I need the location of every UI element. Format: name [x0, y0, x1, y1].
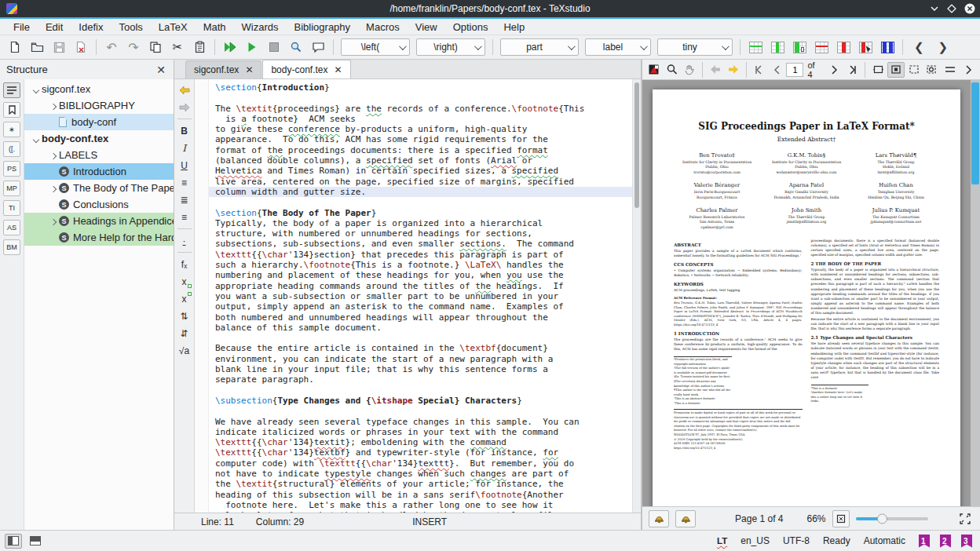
- toggle-bottom-panel-icon[interactable]: [27, 534, 44, 549]
- pdf-forward-icon[interactable]: [725, 62, 742, 78]
- code-line-13[interactable]: ▼\section{The Body of The Paper}: [209, 208, 632, 218]
- previous-document-icon[interactable]: ❮: [908, 40, 931, 54]
- structure-item-sigconf-tex[interactable]: sigconf.tex: [24, 81, 174, 97]
- left-delimiter-combo[interactable]: \left(: [341, 38, 410, 56]
- bold-icon[interactable]: B: [176, 122, 193, 139]
- dictionary-language-label[interactable]: en_US: [740, 535, 770, 546]
- code-line-30[interactable]: [209, 385, 632, 396]
- code-line-16[interactable]: subsections, sub-subsections, and even s…: [209, 239, 632, 249]
- structure-item-bibliography[interactable]: BIBLIOGRAPHY: [24, 97, 174, 114]
- code-line-20[interactable]: appropriate heading commands around the …: [209, 281, 632, 291]
- table-cut-column-icon[interactable]: [855, 38, 876, 57]
- table-add-row-icon[interactable]: [745, 38, 766, 57]
- table-remove-row-icon[interactable]: [811, 38, 832, 57]
- align-center-icon[interactable]: ≣: [176, 192, 193, 208]
- code-line-28[interactable]: blank line in your input file; that is w…: [209, 364, 632, 374]
- code-line-9[interactable]: Helvetica and Times Roman) in certain sp…: [209, 166, 632, 176]
- editor-tab-body-conf-tex[interactable]: body-conf.tex✕: [262, 60, 350, 78]
- menu-item-file[interactable]: File: [6, 20, 37, 35]
- side-tab-tikz-icon[interactable]: TI: [3, 200, 20, 216]
- page-number-input[interactable]: [786, 63, 803, 77]
- code-line-19[interactable]: numbering and placement of these heading…: [209, 270, 632, 280]
- side-tab-bookmarks-icon[interactable]: [3, 102, 20, 118]
- code-line-37[interactable]: computer code) with \texttt{{\char'134}t…: [209, 458, 632, 469]
- code-line-4[interactable]: is a footnote} ACM seeks: [209, 114, 632, 124]
- code-line-18[interactable]: such a hierarchy.\footnote{This is a foo…: [209, 260, 632, 270]
- paste-icon[interactable]: [189, 38, 210, 57]
- fit-page-icon[interactable]: [887, 62, 905, 78]
- undo-icon[interactable]: ↶: [101, 38, 122, 57]
- bookmark-2-icon[interactable]: 2: [940, 535, 951, 548]
- minimize-button[interactable]: [930, 4, 939, 13]
- menu-item-view[interactable]: View: [408, 20, 444, 35]
- structure-item-body-conf-tex[interactable]: body-conf.tex: [24, 130, 174, 147]
- languagetool-status[interactable]: LT: [717, 536, 727, 546]
- expander-closed-icon[interactable]: [48, 182, 59, 194]
- menu-item-math[interactable]: Math: [196, 20, 233, 35]
- pdf-back-icon[interactable]: [707, 62, 724, 78]
- stop-icon[interactable]: [264, 38, 284, 57]
- subscript-icon[interactable]: x: [176, 273, 193, 290]
- side-tab-asymptote-icon[interactable]: AS: [3, 220, 20, 235]
- side-tab-metapost-icon[interactable]: MP: [3, 181, 20, 196]
- code-line-5[interactable]: to give these conference by-products a u…: [209, 124, 632, 134]
- code-line-6[interactable]: appearance. To do this, ACM has some rig…: [209, 134, 632, 144]
- copy-icon[interactable]: [145, 38, 166, 57]
- side-tab-symbols-icon[interactable]: ∗: [3, 122, 20, 137]
- italic-icon[interactable]: I: [176, 140, 193, 156]
- expander-open-icon[interactable]: [31, 83, 42, 95]
- menu-item-wizards[interactable]: Wizards: [235, 20, 286, 35]
- pdf-menu-icon[interactable]: [942, 62, 959, 78]
- collapse-panel-icon[interactable]: [960, 62, 977, 78]
- code-line-3[interactable]: ▼The \textit{proceedings} are the record…: [209, 104, 632, 114]
- side-tab-pstricks-icon[interactable]: PS: [3, 161, 20, 177]
- magnify-tool-icon[interactable]: [923, 62, 941, 78]
- menu-item-edit[interactable]: Edit: [38, 20, 70, 35]
- code-line-8[interactable]: (balanced double columns), a specified s…: [209, 155, 632, 166]
- structure-close-icon[interactable]: ✕: [155, 64, 167, 76]
- zoom-original-icon[interactable]: [832, 510, 850, 527]
- code-line-35[interactable]: \texttt{{\char'134}textit}; emboldening …: [209, 437, 632, 447]
- pdf-document-icon[interactable]: [645, 62, 663, 78]
- toggle-side-panel-icon[interactable]: [5, 534, 22, 549]
- editor-scrollbar[interactable]: [632, 79, 641, 513]
- sectioning-combo[interactable]: part: [500, 38, 579, 56]
- code-line-33[interactable]: We have already seen several typeface ch…: [209, 417, 632, 427]
- code-line-15[interactable]: structure, with numbered or unnumbered h…: [209, 228, 632, 239]
- code-line-11[interactable]: column width and gutter size.: [209, 187, 632, 197]
- pdf-pan-hand-icon[interactable]: [682, 62, 699, 78]
- editor-code-view[interactable]: ▼\section{Introduction}▼The \textit{proc…: [209, 79, 632, 513]
- menu-item-tools[interactable]: Tools: [112, 20, 149, 35]
- code-line-22[interactable]: output, simply append an asterisk to the…: [209, 301, 632, 312]
- bookmark-1-icon[interactable]: 1: [919, 535, 930, 548]
- expander-open-icon[interactable]: [31, 133, 42, 144]
- code-line-21[interactable]: you want a sub-subsection or smaller par…: [209, 291, 632, 301]
- fit-width-icon[interactable]: [869, 62, 887, 78]
- view-icon[interactable]: [242, 38, 262, 57]
- code-line-12[interactable]: [209, 197, 632, 207]
- menu-item-idefix[interactable]: Idefix: [71, 20, 110, 35]
- code-line-38[interactable]: not have to indicate typestyle changes w…: [209, 469, 632, 479]
- text-select-icon[interactable]: [905, 62, 923, 78]
- table-remove-column-icon[interactable]: [833, 38, 854, 57]
- open-file-icon[interactable]: [27, 38, 47, 57]
- pdf-document-area[interactable]: SIG Proceedings Paper in LaTeX Format* E…: [642, 80, 980, 506]
- menu-item-options[interactable]: Options: [446, 20, 495, 35]
- code-line-17[interactable]: \texttt{{\char'134}section} that precede…: [209, 250, 632, 260]
- cut-icon[interactable]: ✂: [167, 38, 188, 57]
- sqrt-icon[interactable]: √a: [176, 342, 193, 359]
- tab-close-icon[interactable]: ✕: [334, 64, 342, 75]
- code-line-14[interactable]: Typically, the body of a paper is organi…: [209, 218, 632, 228]
- code-line-24[interactable]: balance of this sample document.: [209, 323, 632, 333]
- code-line-31[interactable]: ▼\subsection{Type Changes and {\itshape …: [209, 396, 632, 406]
- menu-item-help[interactable]: Help: [496, 20, 532, 35]
- table-paste-column-icon[interactable]: [789, 38, 810, 57]
- expander-closed-icon[interactable]: [48, 100, 59, 111]
- expander-closed-icon[interactable]: [48, 215, 59, 227]
- menu-item-latex[interactable]: LaTeX: [152, 20, 195, 35]
- structure-item-body-conf[interactable]: body-conf: [24, 114, 174, 130]
- history-forward-icon[interactable]: [176, 99, 193, 115]
- table-align-columns-icon[interactable]: [877, 38, 898, 57]
- code-line-29[interactable]: separate paragraph.: [209, 374, 632, 385]
- build-and-view-icon[interactable]: [220, 38, 240, 57]
